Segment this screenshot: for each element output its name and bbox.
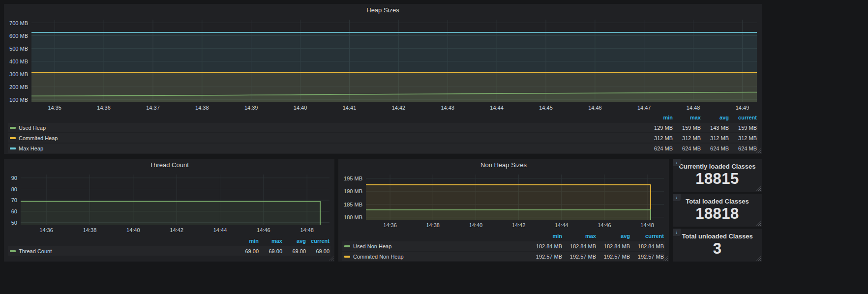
info-icon[interactable]: i [673, 194, 681, 201]
svg-text:14:35: 14:35 [48, 105, 61, 111]
svg-text:14:46: 14:46 [588, 105, 602, 111]
svg-text:14:37: 14:37 [146, 105, 160, 111]
svg-text:300 MB: 300 MB [9, 71, 28, 77]
series-label[interactable]: Used Non Heap [353, 243, 391, 249]
svg-text:14:36: 14:36 [383, 222, 397, 228]
heap-legend: minmaxavgcurrentUsed Heap129 MB159 MB143… [8, 113, 758, 154]
series-label[interactable]: Commited Non Heap [353, 254, 404, 260]
panel-title-non-heap-sizes[interactable]: Non Heap Sizes [338, 159, 669, 171]
svg-text:90: 90 [11, 175, 17, 181]
svg-text:14:39: 14:39 [244, 105, 258, 111]
legend-value: 192.57 MB [597, 254, 631, 260]
series-color-swatch[interactable] [10, 137, 16, 139]
svg-text:14:40: 14:40 [294, 105, 307, 111]
non-heap-legend: minmaxavgcurrentUsed Non Heap182.84 MB18… [342, 231, 665, 262]
legend-sort-avg[interactable]: avg [702, 115, 730, 120]
legend-sort-max[interactable]: max [563, 233, 597, 239]
svg-text:700 MB: 700 MB [9, 20, 28, 26]
series-label[interactable]: Max Heap [19, 146, 43, 151]
legend-sort-max[interactable]: max [260, 238, 283, 244]
legend-value: 312 MB [674, 135, 702, 141]
series-color-swatch[interactable] [344, 245, 350, 247]
svg-text:14:44: 14:44 [555, 222, 569, 228]
info-icon[interactable]: i [673, 229, 681, 236]
legend-value: 182.84 MB [631, 243, 665, 249]
series-label[interactable]: Used Heap [19, 125, 46, 131]
non-heap-sizes-chart[interactable]: 180 MB185 MB190 MB195 MB14:3614:3814:401… [340, 172, 667, 230]
resize-handle[interactable] [329, 256, 333, 261]
svg-text:14:36: 14:36 [97, 105, 111, 111]
svg-text:185 MB: 185 MB [344, 202, 362, 207]
svg-text:14:42: 14:42 [512, 222, 526, 228]
panel-heap-sizes: Heap Sizes 100 MB200 MB300 MB400 MB500 M… [4, 4, 762, 154]
heap-sizes-chart[interactable]: 100 MB200 MB300 MB400 MB500 MB600 MB700 … [6, 17, 760, 112]
legend-sort-min[interactable]: min [236, 238, 260, 244]
legend-value: 312 MB [730, 135, 758, 141]
legend-value: 182.84 MB [529, 243, 563, 249]
legend-value: 143 MB [702, 125, 730, 131]
legend-row: Commited Heap312 MB312 MB312 MB312 MB [8, 133, 758, 143]
legend-value: 159 MB [730, 125, 758, 131]
legend-sort-avg[interactable]: avg [597, 233, 631, 239]
legend-row: Used Non Heap182.84 MB182.84 MB182.84 MB… [342, 241, 665, 251]
legend-value: 192.57 MB [631, 254, 665, 260]
legend-value: 182.84 MB [563, 243, 597, 249]
series-color-swatch[interactable] [10, 147, 16, 149]
legend-value: 159 MB [674, 125, 702, 131]
svg-text:14:41: 14:41 [343, 105, 357, 111]
series-color-swatch[interactable] [344, 256, 350, 258]
svg-text:14:46: 14:46 [598, 222, 611, 228]
legend-value: 624 MB [674, 146, 702, 151]
legend-row: Max Heap624 MB624 MB624 MB624 MB [8, 144, 758, 153]
panel-thread-count: Thread Count 506070809014:3614:3814:4014… [4, 159, 334, 262]
stat-panel-total-unloaded-classes: i Total unloaded Classes 3 [673, 229, 762, 262]
series-label[interactable]: Commited Heap [19, 135, 58, 141]
stat-title[interactable]: Total unloaded Classes [673, 233, 762, 240]
svg-text:14:36: 14:36 [39, 227, 53, 233]
stat-panel-currently-loaded-classes: i Currently loaded Classes 18815 [673, 159, 762, 192]
svg-text:14:40: 14:40 [469, 222, 483, 228]
legend-value: 192.57 MB [529, 254, 563, 260]
svg-text:200 MB: 200 MB [9, 84, 28, 90]
legend-sort-max[interactable]: max [674, 115, 702, 120]
legend-row: Commited Non Heap192.57 MB192.57 MB192.5… [342, 252, 665, 261]
panel-non-heap-sizes: Non Heap Sizes 180 MB185 MB190 MB195 MB1… [338, 159, 669, 262]
legend-sort-current[interactable]: current [730, 115, 758, 120]
svg-text:50: 50 [11, 220, 17, 226]
thread-legend: minmaxavgcurrentThread Count69.0069.0069… [8, 236, 330, 257]
svg-text:14:38: 14:38 [195, 105, 209, 111]
svg-text:180 MB: 180 MB [344, 214, 362, 220]
series-color-swatch[interactable] [10, 127, 16, 129]
stat-title[interactable]: Total loaded Classes [673, 198, 762, 205]
legend-sort-min[interactable]: min [529, 233, 563, 239]
panel-title-thread-count[interactable]: Thread Count [4, 159, 334, 171]
svg-text:14:38: 14:38 [426, 222, 440, 228]
legend-sort-avg[interactable]: avg [283, 238, 307, 244]
thread-count-chart[interactable]: 506070809014:3614:3814:4014:4214:4414:46… [6, 172, 332, 235]
series-label[interactable]: Thread Count [19, 248, 52, 254]
svg-text:190 MB: 190 MB [344, 188, 362, 194]
svg-text:500 MB: 500 MB [9, 46, 28, 52]
svg-text:60: 60 [11, 208, 17, 214]
svg-text:14:44: 14:44 [213, 227, 227, 233]
info-icon[interactable]: i [673, 159, 681, 166]
stat-value: 18815 [673, 170, 762, 188]
legend-value: 69.00 [307, 248, 330, 254]
svg-text:14:48: 14:48 [300, 227, 314, 233]
legend-value: 129 MB [646, 125, 674, 131]
svg-text:14:42: 14:42 [170, 227, 183, 233]
series-color-swatch[interactable] [10, 250, 16, 252]
legend-row: Thread Count69.0069.0069.0069.00 [8, 246, 330, 256]
svg-text:14:48: 14:48 [640, 222, 654, 228]
svg-text:400 MB: 400 MB [9, 59, 28, 64]
svg-text:14:43: 14:43 [441, 105, 454, 111]
svg-text:14:46: 14:46 [257, 227, 270, 233]
stat-title[interactable]: Currently loaded Classes [673, 163, 762, 170]
legend-sort-current[interactable]: current [631, 233, 665, 239]
svg-text:80: 80 [11, 186, 17, 192]
panel-title-heap-sizes[interactable]: Heap Sizes [4, 4, 762, 16]
legend-sort-current[interactable]: current [307, 238, 330, 244]
legend-sort-min[interactable]: min [646, 115, 674, 120]
legend-value: 624 MB [702, 146, 730, 151]
svg-text:14:38: 14:38 [83, 227, 97, 233]
